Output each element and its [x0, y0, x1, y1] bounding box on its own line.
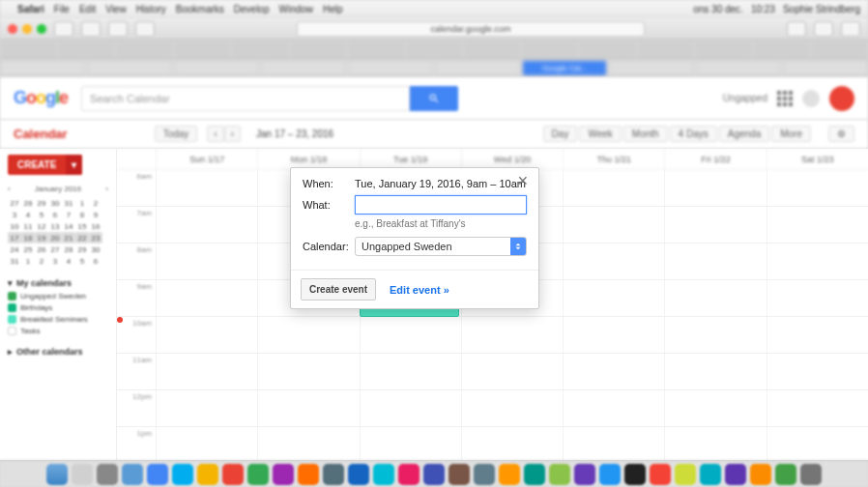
view-agenda-button[interactable]: Agenda	[719, 126, 769, 142]
menubar-item[interactable]: Edit	[79, 4, 96, 14]
view-week-button[interactable]: Week	[579, 126, 621, 142]
dock-app-icon[interactable]	[72, 464, 93, 485]
view-4days-button[interactable]: 4 Days	[670, 126, 717, 142]
safari-tab[interactable]	[87, 60, 172, 76]
apps-icon[interactable]	[777, 91, 793, 106]
search-input[interactable]: Search Calendar	[81, 86, 410, 111]
dock-app-icon[interactable]	[423, 464, 445, 485]
safari-tab[interactable]	[174, 60, 259, 76]
dock-app-icon[interactable]	[348, 464, 369, 485]
create-dropdown-button[interactable]: ▾	[66, 155, 82, 175]
forward-button[interactable]	[108, 21, 128, 37]
view-day-button[interactable]: Day	[543, 126, 578, 142]
zoom-window-button[interactable]	[37, 24, 46, 34]
dock-app-icon[interactable]	[549, 464, 570, 485]
view-more-button[interactable]: More	[771, 126, 811, 142]
day-header[interactable]: Sat 1/23	[767, 149, 868, 169]
day-header[interactable]: Mon 1/18	[257, 149, 359, 169]
calendar-brand[interactable]: Calendar	[14, 127, 68, 141]
dock-app-icon[interactable]	[222, 464, 244, 485]
menubar-item[interactable]: View	[105, 4, 127, 14]
dock-app-icon[interactable]	[574, 464, 595, 485]
day-header[interactable]: Fri 1/22	[664, 149, 766, 169]
calendar-list-item[interactable]: Ungapped Sweden	[8, 292, 108, 301]
safari-tab[interactable]	[696, 60, 781, 76]
day-header[interactable]: Tue 1/19	[360, 149, 461, 169]
chevron-right-icon[interactable]: ▸	[8, 347, 13, 357]
menubar-item[interactable]: Window	[279, 4, 314, 14]
view-month-button[interactable]: Month	[623, 126, 668, 142]
dock-app-icon[interactable]	[97, 464, 118, 485]
day-header[interactable]: Wed 1/20	[461, 149, 563, 169]
safari-tab[interactable]	[435, 60, 520, 76]
dock-app-icon[interactable]	[474, 464, 495, 485]
dock-trash-icon[interactable]	[800, 464, 822, 485]
dock-app-icon[interactable]	[323, 464, 344, 485]
mini-cal-prev-icon[interactable]: ‹	[8, 185, 11, 193]
create-event-button[interactable]: Create event	[301, 278, 376, 301]
dock-app-icon[interactable]	[373, 464, 394, 485]
edit-event-link[interactable]: Edit event »	[390, 284, 449, 296]
safari-tab[interactable]	[348, 60, 433, 76]
minimize-window-button[interactable]	[22, 24, 32, 34]
menubar-item[interactable]: Help	[323, 4, 343, 14]
menubar-item[interactable]: Develop	[234, 4, 270, 14]
safari-tab[interactable]	[0, 60, 85, 76]
mini-calendar[interactable]: ‹ January 2016 › 272829303112 3456789 10…	[8, 185, 108, 267]
settings-button[interactable]: ⚙	[828, 126, 854, 142]
dock-app-icon[interactable]	[650, 464, 671, 485]
avatar[interactable]	[829, 86, 854, 111]
dock-app-icon[interactable]	[499, 464, 520, 485]
dock-app-icon[interactable]	[247, 464, 269, 485]
menubar-app[interactable]: Safari	[17, 4, 44, 14]
create-button[interactable]: CREATE ▾	[8, 155, 82, 175]
safari-tab-active[interactable]: Google Cal...	[522, 60, 607, 76]
safari-tab[interactable]	[609, 60, 694, 76]
menubar-item[interactable]: History	[136, 4, 166, 14]
dock-app-icon[interactable]	[675, 464, 696, 485]
dock-app-icon[interactable]	[298, 464, 319, 485]
prev-button[interactable]: ‹	[207, 126, 223, 142]
address-bar[interactable]: calendar.google.com	[297, 21, 645, 37]
day-header[interactable]: Sun 1/17	[156, 149, 257, 169]
dock-app-icon[interactable]	[122, 464, 143, 485]
close-button[interactable]: ✕	[515, 174, 531, 189]
dock-app-icon[interactable]	[398, 464, 420, 485]
dock-safari-icon[interactable]	[172, 464, 193, 485]
calendar-list-item[interactable]: Breakfast Seminars	[8, 315, 108, 324]
back-button[interactable]	[81, 21, 101, 37]
dock-app-icon[interactable]	[599, 464, 621, 485]
dock-app-icon[interactable]	[197, 464, 218, 485]
calendar-list-item[interactable]: Birthdays	[8, 303, 108, 312]
dock-finder-icon[interactable]	[46, 464, 68, 485]
sidebar-toggle-button[interactable]	[54, 21, 73, 37]
search-button[interactable]	[410, 86, 458, 111]
my-calendars-header[interactable]: My calendars	[16, 278, 72, 288]
dock-app-icon[interactable]	[700, 464, 721, 485]
reload-button[interactable]	[135, 21, 155, 37]
account-label[interactable]: Ungapped	[723, 93, 767, 103]
dock-app-icon[interactable]	[448, 464, 470, 485]
calendar-select-button[interactable]	[510, 238, 526, 255]
mini-cal-grid[interactable]: 272829303112 3456789 10111213141516 1718…	[8, 197, 102, 267]
mini-cal-next-icon[interactable]: ›	[105, 185, 108, 193]
dock-app-icon[interactable]	[750, 464, 771, 485]
other-calendars-header[interactable]: Other calendars	[16, 347, 83, 357]
dock-app-icon[interactable]	[775, 464, 796, 485]
calendar-list-item[interactable]: Tasks	[8, 327, 108, 335]
share-button[interactable]	[814, 21, 833, 37]
dock-app-icon[interactable]	[524, 464, 545, 485]
google-logo[interactable]: Google	[14, 88, 68, 108]
calendar-select[interactable]: Ungapped Sweden	[355, 237, 527, 256]
chevron-down-icon[interactable]: ▾	[8, 278, 13, 288]
next-button[interactable]: ›	[224, 126, 241, 142]
close-window-button[interactable]	[8, 24, 17, 34]
tabs-button[interactable]	[841, 21, 860, 37]
what-input[interactable]	[355, 195, 527, 215]
safari-tab[interactable]	[261, 60, 346, 76]
notifications-icon[interactable]	[802, 90, 820, 107]
dock-app-icon[interactable]	[147, 464, 168, 485]
reader-button[interactable]	[787, 21, 806, 37]
menubar-item[interactable]: Bookmarks	[176, 4, 224, 14]
dock-app-icon[interactable]	[624, 464, 646, 485]
